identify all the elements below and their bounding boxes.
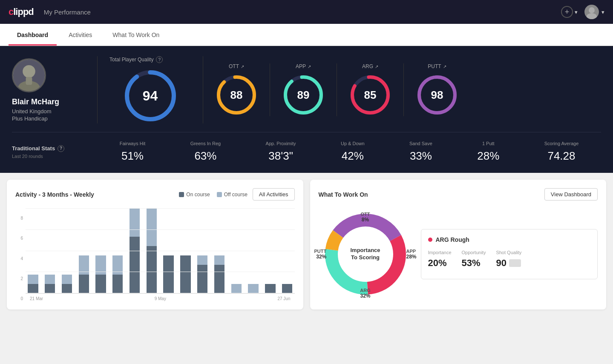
ott-donut-label: OTT 8% [361, 212, 370, 223]
info-metric-importance: Importance 20% [428, 250, 452, 269]
bar-group [178, 255, 193, 293]
legend-on-course-label: On course [186, 192, 210, 198]
total-quality-value: 94 [143, 88, 158, 104]
arg-gauge: 85 [349, 74, 391, 116]
quality-section: Total Player Quality ? 94 OT [97, 56, 601, 123]
total-quality-label: Total Player Quality ? [109, 56, 163, 63]
info-icon[interactable]: ? [156, 56, 163, 63]
stat-sandsave: Sand Save 33% [409, 141, 432, 163]
arg-value: 85 [364, 89, 377, 102]
legend-off-course: Off course [217, 192, 248, 198]
logo[interactable]: clippd [9, 6, 34, 17]
arg-rough-info-card: ARG Rough Importance 20% Opportunity 53%… [421, 229, 598, 279]
bottom-section: Activity - 3 Months - Weekly On course O… [0, 173, 613, 316]
metric-cards: OTT ↗ 88 APP ↗ [203, 63, 601, 116]
tab-dashboard[interactable]: Dashboard [9, 24, 57, 46]
chevron-down-icon: ▾ [575, 9, 578, 15]
chart-legend: On course Off course [179, 192, 248, 198]
stats-title: Traditional Stats ? [12, 145, 97, 152]
on-course-bar [95, 275, 106, 293]
work-on-title: What To Work On [319, 191, 544, 198]
arg-donut-label: ARG 32% [360, 288, 370, 299]
info-metrics: Importance 20% Opportunity 53% Shot Qual… [428, 250, 591, 269]
stat-fairways: Fairways Hit 51% [120, 141, 146, 163]
putt-value: 98 [431, 89, 443, 102]
svg-point-1 [587, 13, 597, 19]
avatar [584, 5, 599, 19]
on-course-bar [28, 284, 38, 293]
trend-arrow-icon: ↗ [375, 64, 378, 69]
donut-center-line2: To Scoring [350, 254, 380, 261]
activity-card: Activity - 3 Months - Weekly On course O… [7, 180, 303, 310]
arg-label: ARG ↗ [362, 63, 378, 69]
off-course-bar [112, 255, 123, 275]
hero-top: Blair McHarg United Kingdom Plus Handica… [12, 56, 601, 132]
trend-arrow-icon: ↗ [443, 64, 446, 69]
x-label-may: 9 May [155, 296, 166, 301]
on-course-bar [112, 275, 123, 293]
trend-arrow-icon: ↗ [308, 64, 311, 69]
plus-icon: + [561, 6, 573, 18]
arg-dot [428, 238, 432, 242]
page-title: My Performance [44, 9, 561, 16]
stat-1putt: 1 Putt 28% [477, 141, 499, 163]
stat-updown: Up & Down 42% [341, 141, 365, 163]
on-course-bar [180, 255, 190, 293]
off-course-bar [248, 284, 258, 293]
y-label-8: 8 [20, 216, 23, 221]
bar-group [93, 255, 108, 293]
donut-center-text: Importance To Scoring [350, 247, 380, 261]
trend-arrow-icon: ↗ [241, 64, 244, 69]
off-course-bar [28, 275, 38, 284]
on-course-bar [265, 284, 275, 293]
user-chevron: ▾ [601, 9, 604, 15]
tab-what-to-work-on[interactable]: What To Work On [104, 24, 168, 46]
putt-label: PUTT ↗ [428, 63, 446, 69]
svg-point-0 [589, 7, 595, 13]
work-on-header: What To Work On View Dashboard [319, 188, 598, 201]
work-on-content: OTT 8% APP 28% ARG 32% PUTT 32% Import [319, 207, 598, 301]
bar-group [26, 275, 40, 293]
off-course-bar [95, 255, 106, 275]
tab-activities[interactable]: Activities [60, 24, 101, 46]
app-gauge: 89 [282, 74, 325, 116]
metric-app: APP ↗ 89 [270, 63, 337, 116]
on-course-bar [45, 284, 55, 293]
top-nav: clippd My Performance + ▾ ▾ [0, 0, 613, 24]
bar-group [212, 255, 227, 293]
bar-group [127, 208, 142, 293]
on-course-bar [197, 265, 207, 293]
stats-label: Traditional Stats ? Last 20 rounds [12, 145, 97, 159]
activity-chart-title: Activity - 3 Months - Weekly [15, 191, 179, 198]
bar-group [280, 284, 295, 293]
metric-ott: OTT ↗ 88 [203, 63, 270, 116]
on-course-bar [130, 237, 140, 293]
bar-group [60, 275, 75, 293]
avatar [12, 58, 46, 92]
off-course-bar [45, 275, 55, 284]
donut-center-line1: Importance [350, 247, 380, 254]
off-course-bar [62, 275, 72, 284]
stat-greens: Greens In Reg 63% [190, 141, 221, 163]
player-handicap: Plus Handicap [12, 115, 48, 122]
putt-donut-label: PUTT 32% [314, 249, 327, 260]
player-info: Blair McHarg United Kingdom Plus Handica… [12, 58, 97, 122]
bar-group [144, 208, 159, 293]
stats-items: Fairways Hit 51% Greens In Reg 63% App. … [97, 141, 601, 163]
tab-bar: Dashboard Activities What To Work On [0, 24, 613, 46]
add-button[interactable]: + ▾ [561, 6, 578, 18]
bar-group [161, 255, 176, 293]
bar-group [43, 275, 58, 293]
view-dashboard-button[interactable]: View Dashboard [544, 188, 598, 201]
nav-actions: + ▾ ▾ [561, 5, 604, 19]
stats-info-icon[interactable]: ? [58, 145, 64, 152]
stat-scoring: Scoring Average 74.28 [544, 141, 579, 163]
off-course-bar [79, 255, 89, 275]
legend-on-course: On course [179, 192, 210, 198]
on-course-bar [147, 246, 157, 293]
on-course-dot [179, 192, 184, 197]
ott-value: 88 [230, 89, 243, 102]
user-menu[interactable]: ▾ [584, 5, 604, 19]
total-quality: Total Player Quality ? 94 [109, 56, 203, 123]
all-activities-button[interactable]: All Activities [253, 188, 295, 201]
